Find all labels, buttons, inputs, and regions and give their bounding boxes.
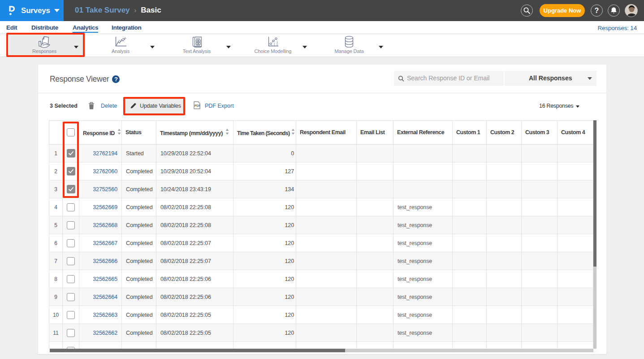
svg-text:PDF: PDF	[194, 104, 200, 107]
